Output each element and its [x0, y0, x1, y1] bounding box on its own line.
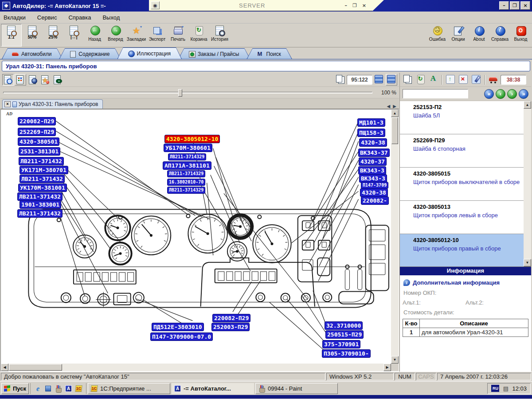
tab-contents[interactable]: Содержание	[59, 48, 121, 59]
part-callout[interactable]: ЛВ211-371432	[20, 175, 65, 183]
task-button-paint[interactable]: 09944 - Paint	[255, 383, 338, 394]
part-callout[interactable]: 4320-3805012-10	[164, 135, 220, 143]
quick-launch-desk-icon[interactable]	[44, 385, 52, 392]
scroll-down-icon[interactable]: ▼	[391, 356, 399, 364]
part-callout[interactable]: П305-3709010-	[322, 349, 371, 358]
part-callout[interactable]: ЛВ211-3714329	[167, 187, 205, 194]
toolbar-button-forward[interactable]: Вперед	[105, 24, 126, 47]
part-callout[interactable]: ВК343-37	[358, 149, 390, 157]
part-callout[interactable]: 4320-38	[360, 188, 388, 197]
toolbar-button-zoom-50[interactable]: 50%	[22, 24, 43, 47]
part-callout[interactable]: 4320-38	[359, 138, 387, 147]
part-callout[interactable]: УК171М-380701	[20, 166, 68, 174]
nav-previous-button[interactable]: ‹	[496, 89, 505, 99]
part-callout[interactable]: УБ170М-380601	[164, 144, 212, 152]
quick-launch-paint-icon[interactable]	[55, 385, 62, 392]
toolbar-button-export[interactable]: Экспорт	[147, 24, 168, 47]
list-scrollbar[interactable]: ▲ ▼	[524, 101, 531, 266]
menu-item-2[interactable]: Сервис	[37, 14, 57, 21]
scroll-up-icon[interactable]: ▲	[391, 110, 399, 117]
thumbs-button[interactable]	[15, 74, 26, 86]
scroll-up-icon[interactable]: ▲	[524, 101, 531, 109]
part-callout[interactable]: 2531-381301	[19, 147, 60, 156]
horizontal-scrollbar[interactable]: ◀ ▶	[1, 364, 391, 371]
part-callout[interactable]: АП171А-381101	[163, 161, 211, 170]
copy-part-button[interactable]	[402, 74, 413, 86]
menu-item-4[interactable]: Выход	[102, 14, 120, 21]
part-callout[interactable]: 220082-П29	[212, 314, 250, 322]
server-restore-button[interactable]: ❐	[352, 3, 357, 8]
rdp-pin-icon[interactable]: ◉	[151, 1, 160, 9]
delete-button[interactable]	[458, 74, 469, 86]
scroll-left-icon[interactable]: ◀	[1, 364, 8, 371]
tray-device-icon[interactable]	[502, 385, 509, 392]
toolbar-button-exit[interactable]: Выход	[510, 24, 531, 47]
part-callout[interactable]: 16.3802010-70	[167, 179, 205, 186]
edit-button[interactable]	[470, 74, 482, 86]
toolbar-button-zoom-fit[interactable]: |↔|	[63, 24, 84, 47]
toolbar-button-options[interactable]: Опции	[448, 24, 469, 47]
copy-illustration-button[interactable]	[334, 74, 346, 86]
tab-illustration[interactable]: Иллюстрация	[117, 47, 182, 59]
part-callout[interactable]: ЛВ211-371432	[17, 209, 63, 218]
close-icon[interactable]: ×	[4, 101, 11, 107]
zoom-tool-button[interactable]	[2, 74, 14, 86]
tab-search[interactable]: Поиск	[246, 48, 292, 59]
layout-panels-button[interactable]	[373, 74, 385, 86]
illustration-canvas[interactable]: AD 220082-П29252269-П294320-3805012531-3…	[1, 110, 391, 364]
window-minimize-button[interactable]: –	[499, 1, 509, 10]
part-callout[interactable]: ЛВ211-3714329	[167, 170, 205, 177]
menu-item-1[interactable]: Вкладки	[4, 14, 26, 21]
tab-orders[interactable]: Заказы / Прайсы	[178, 48, 250, 59]
star-button[interactable]	[39, 74, 51, 86]
toolbar-button-recycle[interactable]: Корзина	[188, 24, 209, 47]
part-callout[interactable]: ПД512Е-3803010	[152, 323, 204, 331]
part-callout[interactable]: 32.3710000	[325, 321, 363, 330]
server-close-button[interactable]: ×	[362, 3, 366, 8]
font-button[interactable]	[427, 74, 439, 86]
menu-item-3[interactable]: Справка	[68, 14, 91, 21]
part-callout[interactable]: 4320-37	[359, 157, 387, 166]
part-callout[interactable]: П147-3709000-07.0	[150, 332, 213, 341]
move-up-button[interactable]	[445, 74, 456, 86]
part-callout[interactable]: 250515-П29	[325, 330, 364, 339]
part-callout[interactable]: ЛВ211-3714329	[168, 153, 206, 160]
toolbar-button-help[interactable]: Справка	[489, 24, 510, 47]
part-list-item[interactable]: 4320-3805015Щиток приборов выключателей …	[400, 168, 531, 201]
toolbar-button-about[interactable]: About	[469, 24, 489, 47]
part-callout[interactable]: ЛВ211-371432	[19, 157, 64, 165]
parts-search-input[interactable]	[403, 89, 468, 98]
tab-scroll-left-icon[interactable]: ◀	[387, 104, 391, 109]
zoom-slider-thumb[interactable]	[178, 89, 182, 97]
tab-cars[interactable]: Автомобили	[2, 48, 63, 59]
toolbar-button-back[interactable]: Назад	[84, 24, 105, 47]
part-callout[interactable]: УК170М-381001	[18, 184, 67, 192]
toolbar-button-print[interactable]: Печать	[168, 24, 188, 47]
part-list-item[interactable]: 4320-3805012-10Щиток приборов правый в с…	[400, 234, 531, 267]
part-callout[interactable]: 252003-П29	[211, 323, 250, 331]
photo-button[interactable]	[27, 74, 39, 86]
toolbar-button-bookmarks[interactable]: Закладки	[126, 24, 147, 47]
scroll-right-icon[interactable]: ▶	[383, 364, 391, 371]
scrollbar-thumb[interactable]	[391, 117, 398, 144]
nav-first-button[interactable]: «	[484, 89, 494, 99]
part-callout[interactable]: П147-3709	[361, 182, 388, 189]
language-indicator[interactable]: RU	[491, 385, 499, 392]
quick-launch-1c-icon[interactable]	[75, 385, 82, 392]
part-list-item[interactable]: 252153-П2Шайба 5Л	[400, 101, 531, 134]
server-minimize-button[interactable]: –	[344, 3, 347, 8]
layout-panels-alt-button[interactable]	[386, 74, 397, 86]
quick-launch-ie-icon[interactable]	[34, 385, 42, 392]
part-callout[interactable]: 220082-	[361, 196, 389, 205]
tab-scroll-right-icon[interactable]: ▶	[393, 104, 396, 109]
task-button-ad[interactable]: -= АвтоКаталог...	[172, 383, 254, 394]
toolbar-button-zoom-actual[interactable]: 1:1	[1, 24, 22, 47]
vertical-scrollbar[interactable]: ▲ ▼	[391, 110, 399, 364]
part-callout[interactable]: МД101-3	[357, 118, 385, 127]
part-list-item[interactable]: 252269-П29Шайба 6 стопорная	[400, 134, 531, 168]
scroll-down-icon[interactable]: ▼	[524, 259, 531, 266]
part-callout[interactable]: 1901-383001	[20, 200, 61, 209]
recycle-part-button[interactable]	[415, 74, 426, 86]
part-callout[interactable]: ЛВ211-371432	[17, 192, 63, 201]
toolbar-button-error[interactable]: Ошибка	[427, 24, 448, 47]
